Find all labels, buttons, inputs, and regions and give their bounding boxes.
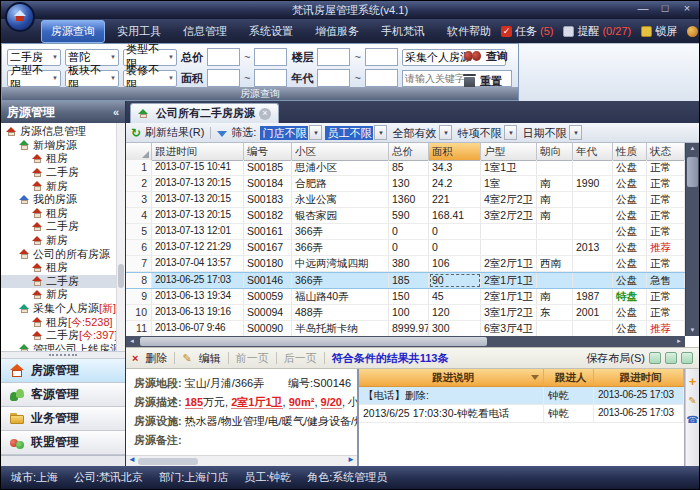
table-row[interactable]: 12013-07-15 10:41S00185思浦小区8534.31室1卫公盘正… bbox=[126, 160, 685, 176]
sidebar-tree-item[interactable]: 二手房 bbox=[1, 166, 125, 180]
table-row[interactable]: 92013-06-13 19:34S00059福山路40弄150452室1厅1卫… bbox=[126, 289, 685, 305]
column-header[interactable]: 户型 bbox=[481, 143, 537, 160]
table-row[interactable]: 102013-06-13 19:16S00094488弄1001203室1厅2卫… bbox=[126, 305, 685, 321]
scroll-right-icon[interactable]: ► bbox=[673, 336, 685, 347]
menu-tab[interactable]: 软件帮助 bbox=[437, 20, 501, 43]
delete-button[interactable]: 删除 bbox=[145, 351, 167, 366]
sidebar-tree-item[interactable]: 管理公司上线房源 bbox=[1, 343, 125, 352]
maximize-button[interactable]: □ bbox=[657, 2, 673, 14]
layout-option-icon[interactable] bbox=[665, 352, 677, 364]
table-row[interactable]: 42013-07-13 20:15S00182银杏家园590168.413室2厅… bbox=[126, 208, 685, 224]
close-button[interactable]: × bbox=[679, 2, 695, 14]
filter-dropdown[interactable]: 日期不限▼ bbox=[520, 125, 582, 140]
table-row[interactable]: 82013-06-25 17:03S00146366弄185902室1厅1卫公盘… bbox=[126, 272, 685, 289]
column-header[interactable]: 性质 bbox=[613, 143, 647, 160]
sidebar-tree-item[interactable]: 公司的所有房源 bbox=[1, 247, 125, 261]
sidebar-tree-item[interactable]: 采集个人房源[新] bbox=[1, 302, 125, 316]
table-row[interactable]: 32013-07-13 20:15S00183永业公寓13602214室2厅2卫… bbox=[126, 192, 685, 208]
edit-followup-icon[interactable]: ✎ bbox=[688, 396, 696, 406]
scroll-left-icon[interactable]: ◄ bbox=[128, 455, 136, 465]
add-followup-icon[interactable]: + bbox=[689, 377, 697, 387]
scroll-left-icon[interactable]: ◄ bbox=[126, 336, 138, 347]
menubar-lock[interactable]: 锁屏 bbox=[641, 24, 677, 39]
followup-column-header[interactable]: 跟进时间 bbox=[594, 369, 684, 386]
decoration-dropdown[interactable]: 装修不限▼ bbox=[123, 70, 177, 87]
menubar-theme[interactable]: 主题▼ bbox=[687, 24, 700, 39]
sidebar-tree-item[interactable]: 租房 bbox=[1, 152, 125, 166]
sidebar-tree-item[interactable]: 房源信息管理 bbox=[1, 125, 125, 139]
refresh-button[interactable]: 刷新结果(R) bbox=[145, 125, 204, 140]
sidebar-tree-item[interactable]: 新房 bbox=[1, 179, 125, 193]
scroll-up-icon[interactable]: ▲ bbox=[686, 143, 699, 154]
table-row[interactable]: 62013-07-12 21:29S00167366弄002013公盘推荐 bbox=[126, 240, 685, 256]
followup-row[interactable]: 2013/6/25 17:03:30-钟乾看电话钟乾2013-06-25 17:… bbox=[359, 405, 684, 423]
sidebar-nav-房源管理[interactable]: 房源管理 bbox=[1, 359, 125, 383]
menu-tab[interactable]: 系统设置 bbox=[239, 20, 303, 43]
menu-tab[interactable]: 信息管理 bbox=[173, 20, 237, 43]
minimize-button[interactable]: — bbox=[635, 2, 651, 14]
edit-button[interactable]: 编辑 bbox=[199, 351, 221, 366]
column-header[interactable]: 面积 bbox=[429, 143, 481, 160]
menu-tab[interactable]: 房源查询 bbox=[41, 20, 105, 43]
column-header[interactable]: 编号 bbox=[244, 143, 292, 160]
column-header[interactable] bbox=[126, 143, 152, 160]
layout-option-icon[interactable] bbox=[649, 352, 661, 364]
phone-icon[interactable]: ☎ bbox=[686, 415, 698, 425]
floor-min-input[interactable] bbox=[317, 48, 350, 66]
tree-scrollbar[interactable] bbox=[116, 123, 125, 351]
filter-dropdown[interactable]: 全部有效▼ bbox=[390, 125, 452, 140]
sidebar-nav-业务管理[interactable]: 业务管理 bbox=[1, 407, 125, 431]
column-header[interactable]: 年代 bbox=[573, 143, 613, 160]
filter-dropdown[interactable]: 门店不限▼ bbox=[260, 125, 322, 140]
vertical-scrollbar-thumb[interactable] bbox=[687, 157, 698, 187]
sidebar-nav-联盟管理[interactable]: 联盟管理 bbox=[1, 431, 125, 455]
menu-tab[interactable]: 增值服务 bbox=[305, 20, 369, 43]
horizontal-scrollbar-thumb[interactable] bbox=[140, 337, 487, 346]
column-header[interactable]: 朝向 bbox=[537, 143, 573, 160]
sidebar-tree-item[interactable]: 新房 bbox=[1, 234, 125, 248]
menu-tab[interactable]: 实用工具 bbox=[107, 20, 171, 43]
scroll-down-icon[interactable]: ▼ bbox=[686, 325, 699, 336]
prev-page-button[interactable]: 前一页 bbox=[236, 351, 269, 366]
column-header[interactable]: 小区 bbox=[292, 143, 389, 160]
area-max-input[interactable] bbox=[254, 69, 287, 87]
scroll-right-icon[interactable]: ► bbox=[347, 455, 355, 465]
sidebar-tree-item[interactable]: 租房 bbox=[1, 261, 125, 275]
tab-company-secondhand[interactable]: 公司所有二手房房源 × bbox=[130, 103, 279, 123]
sidebar-tree-item[interactable]: 我的房源 bbox=[1, 193, 125, 207]
block-dropdown[interactable]: 板块不限▼ bbox=[65, 70, 119, 87]
next-page-button[interactable]: 后一页 bbox=[284, 351, 317, 366]
detail-scrollbar-thumb[interactable] bbox=[138, 458, 198, 465]
price-max-input[interactable] bbox=[254, 48, 287, 66]
splitter-handle[interactable] bbox=[1, 351, 125, 359]
year-min-input[interactable] bbox=[317, 69, 350, 87]
detail-horizontal-scrollbar[interactable]: ◄ ► bbox=[126, 455, 357, 466]
menubar-remind[interactable]: 提醒(0/27) bbox=[563, 24, 631, 39]
column-header[interactable]: 跟进时间 bbox=[152, 143, 244, 160]
column-header[interactable]: 总价 bbox=[389, 143, 429, 160]
horizontal-scrollbar[interactable]: ◄ ► bbox=[126, 336, 685, 347]
table-row[interactable]: 112013-06-07 9:46S00090半岛托斯卡纳8999.973006… bbox=[126, 321, 685, 337]
price-min-input[interactable] bbox=[207, 48, 240, 66]
query-button[interactable]: 查询 bbox=[464, 49, 508, 64]
layout-option-icon[interactable] bbox=[681, 352, 693, 364]
floor-max-input[interactable] bbox=[365, 48, 398, 66]
collapse-icon[interactable]: « bbox=[113, 106, 119, 118]
area-min-input[interactable] bbox=[207, 69, 240, 87]
year-max-input[interactable] bbox=[365, 69, 398, 87]
sidebar-tree-item[interactable]: 二手房 bbox=[1, 220, 125, 234]
tree-scrollbar-thumb[interactable] bbox=[118, 264, 124, 288]
tab-close-icon[interactable]: × bbox=[259, 108, 271, 120]
column-header[interactable]: 状态 bbox=[647, 143, 685, 160]
sidebar-tree-item[interactable]: 租房[今:5238] bbox=[1, 315, 125, 329]
layout-dropdown[interactable]: 户型不限▼ bbox=[7, 70, 61, 87]
menubar-task[interactable]: ✓任务(5) bbox=[501, 24, 553, 39]
table-row[interactable]: 22013-07-13 20:15S00184合肥路13024.21室南1990… bbox=[126, 176, 685, 192]
followup-column-header[interactable]: 跟进人 bbox=[544, 369, 594, 386]
table-row[interactable]: 72013-07-04 13:57S00180中远两湾城四期3801062室2厅… bbox=[126, 256, 685, 272]
sidebar-tree-item[interactable]: 新增房源 bbox=[1, 139, 125, 153]
filter-dropdown[interactable]: 员工不限▼ bbox=[325, 125, 387, 140]
followup-row[interactable]: 【电话】删除:钟乾2013-06-25 17:03 bbox=[359, 387, 684, 405]
followup-column-header[interactable]: 跟进说明 bbox=[359, 369, 544, 386]
vertical-scrollbar[interactable]: ▲ ▼ bbox=[685, 143, 699, 336]
